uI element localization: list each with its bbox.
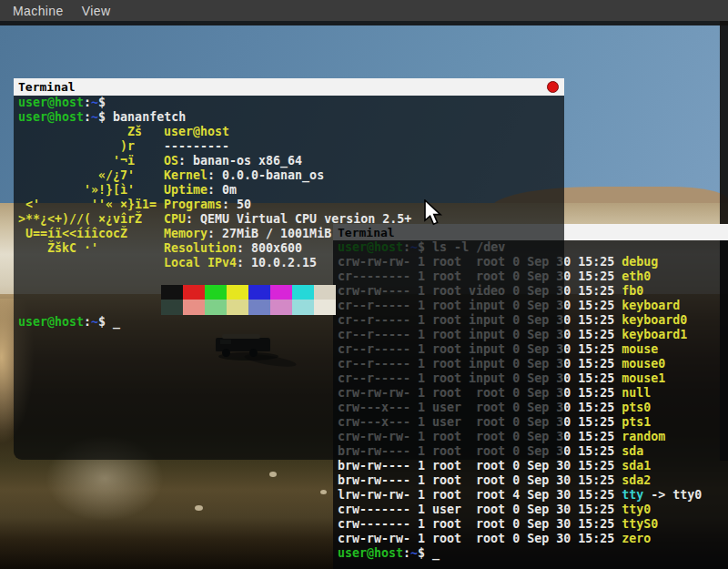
- terminal-window-front[interactable]: Terminal user@host:~$ user@host:~$ banan…: [14, 78, 564, 460]
- palette-swatch: [270, 285, 292, 300]
- palette-swatch: [161, 285, 183, 300]
- palette-swatch: [205, 300, 227, 315]
- fetch-line: ŽškC ·'Resolution: 800x600: [18, 241, 564, 256]
- palette-swatch: [314, 300, 336, 315]
- color-palette-row: [161, 285, 564, 300]
- palette-swatch: [205, 285, 227, 300]
- wallpaper-pebble: [320, 490, 327, 494]
- fetch-line: )r---------: [18, 139, 564, 154]
- terminal-content-front[interactable]: user@host:~$ user@host:~$ bananfetch Zšu…: [14, 96, 564, 460]
- ls-row: brw-rw---- 1 root root 0 Sep 30 15:25 sd…: [338, 459, 728, 473]
- palette-swatch: [292, 285, 314, 300]
- fetch-line: Local IPv4: 10.0.2.15: [18, 256, 564, 270]
- ls-row: brw-rw---- 1 root root 0 Sep 30 15:25 sd…: [338, 473, 728, 488]
- palette-swatch: [248, 285, 270, 300]
- palette-swatch: [227, 285, 248, 300]
- palette-swatch: [292, 300, 314, 315]
- ls-row: lrw-rw-rw- 1 root root 4 Sep 30 15:25 tt…: [338, 488, 728, 503]
- vm-menubar: MachineView: [0, 0, 728, 21]
- mouse-cursor-icon: [422, 199, 444, 229]
- palette-swatch: [270, 300, 292, 315]
- palette-swatch: [183, 300, 205, 315]
- fetch-line: U==íï<<ííîcocŽMemory: 27MiB / 1001MiB: [18, 227, 564, 241]
- fetch-line: Zšuser@host: [18, 125, 564, 139]
- titlebar-front[interactable]: Terminal: [14, 78, 564, 96]
- fetch-line: '»!}[ì'Uptime: 0m: [18, 183, 564, 198]
- fetch-line: <' ''« ×}ï1=Programs: 50: [18, 198, 564, 212]
- prompt-line: user@host:~$ bananfetch: [18, 110, 564, 125]
- prompt-line: user@host:~$ _: [18, 315, 564, 330]
- palette-swatch: [314, 285, 336, 300]
- fetch-line: '¬ïOS: banan-os x86_64: [18, 154, 564, 168]
- photo-top-border: [0, 21, 728, 25]
- wallpaper-pebble: [269, 472, 277, 477]
- palette-swatch: [183, 285, 205, 300]
- text-cursor: _: [432, 546, 440, 560]
- color-palette-row: [161, 300, 564, 315]
- palette-swatch: [161, 300, 183, 315]
- ls-row: crw------- 1 root root 0 Sep 30 15:25 tt…: [338, 517, 728, 532]
- fetch-line: >**¿<+)//( ×¿vîrŽCPU: QEMU Virtual CPU v…: [18, 212, 564, 227]
- ls-row: crw------- 1 user root 0 Sep 30 15:25 tt…: [338, 503, 728, 517]
- ls-row: crw-rw-rw- 1 root root 0 Sep 30 15:25 ze…: [338, 532, 728, 546]
- close-button[interactable]: [547, 81, 559, 93]
- palette-swatch: [227, 300, 248, 315]
- text-cursor: _: [113, 315, 120, 329]
- menu-machine[interactable]: Machine: [4, 4, 73, 18]
- window-title: Terminal: [18, 80, 76, 94]
- prompt-line: user@host:~$: [18, 96, 564, 110]
- wallpaper-pebble: [195, 505, 203, 511]
- palette-swatch: [248, 300, 270, 315]
- fetch-line: «/¿7'Kernel: 0.0.0-banan_os: [18, 168, 564, 183]
- menu-view[interactable]: View: [73, 4, 120, 18]
- prompt-line: user@host:~$ _: [338, 546, 728, 561]
